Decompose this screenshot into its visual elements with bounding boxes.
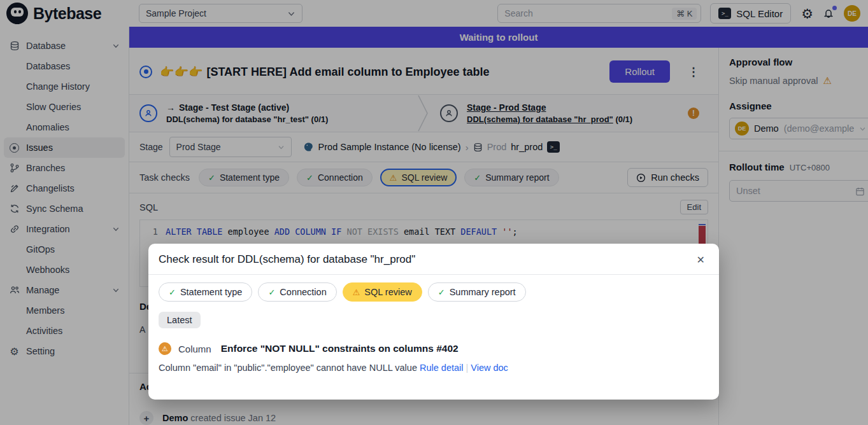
finding-detail-text: Column "email" in "public"."employee" ca… [159, 363, 417, 373]
modal-check-pill-label: SQL review [364, 287, 411, 297]
close-icon[interactable]: ✕ [693, 254, 709, 266]
finding-category: Column [178, 344, 211, 354]
check-result-modal: Check result for DDL(schema) for databas… [148, 244, 719, 400]
link-separator: | [466, 363, 469, 373]
modal-check-pill-label: Statement type [180, 287, 243, 297]
view-doc-link[interactable]: View doc [471, 363, 508, 373]
modal-check-pill-summary-report[interactable]: ✓ Summary report [428, 282, 526, 302]
modal-check-pill-sql-review[interactable]: ⚠ SQL review [343, 282, 422, 302]
latest-version-chip[interactable]: Latest [159, 312, 201, 328]
check-finding: ⚠ Column Enforce "NOT NULL" constraints … [159, 342, 709, 355]
modal-check-tabs: ✓ Statement type ✓ Connection ⚠ SQL revi… [159, 282, 709, 302]
rule-detail-link[interactable]: Rule detail [420, 363, 464, 373]
modal-title: Check result for DDL(schema) for databas… [159, 253, 415, 266]
modal-check-pill-statement-type[interactable]: ✓ Statement type [159, 282, 252, 302]
modal-check-pill-label: Connection [280, 287, 326, 297]
warning-circle-icon: ⚠ [159, 342, 171, 355]
check-warning-icon: ⚠ [353, 288, 360, 297]
modal-check-pill-connection[interactable]: ✓ Connection [258, 282, 336, 302]
check-success-icon: ✓ [268, 288, 275, 297]
finding-title: Enforce "NOT NULL" constraints on column… [221, 343, 459, 354]
modal-check-pill-label: Summary report [450, 287, 516, 297]
check-success-icon: ✓ [438, 288, 445, 297]
check-success-icon: ✓ [169, 288, 176, 297]
